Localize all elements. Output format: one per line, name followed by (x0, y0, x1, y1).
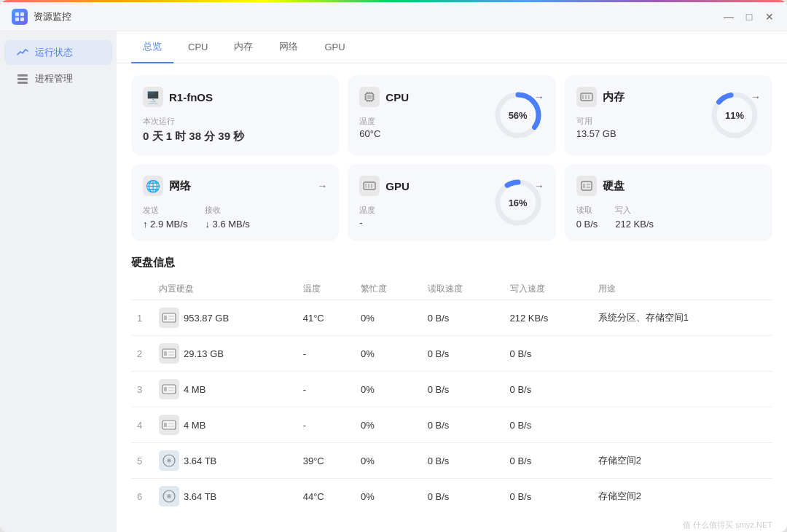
col-read: 读取速度 (422, 278, 504, 300)
tab-overview[interactable]: 总览 (131, 31, 173, 63)
scroll-area: 🖥️ R1-fnOS 本次运行 0 天 1 时 38 分 39 秒 (117, 63, 787, 532)
gpu-temp-label: 温度 (359, 205, 478, 216)
svg-rect-45 (168, 351, 174, 353)
row-read: 0 B/s (422, 479, 504, 515)
runtime-label: 本次运行 (143, 116, 327, 127)
row-read: 0 B/s (422, 372, 504, 407)
sidebar: 运行状态 进程管理 (0, 31, 117, 532)
row-write: 0 B/s (504, 336, 592, 372)
disk-card: 硬盘 读取 0 B/s 写入 212 KB/s (565, 164, 772, 241)
svg-rect-38 (587, 187, 590, 188)
sidebar-running-label: 运行状态 (35, 46, 73, 59)
disk-card-icon (576, 176, 597, 196)
minimize-button[interactable]: — (723, 11, 735, 23)
tab-memory[interactable]: 内存 (222, 31, 265, 63)
cpu-card: CPU → 温度 60°C (348, 75, 555, 155)
row-busy: 0% (355, 407, 422, 443)
send-label: 发送 (143, 205, 187, 216)
svg-rect-44 (164, 351, 167, 356)
send-value: ↑ 2.9 MB/s (143, 219, 187, 230)
network-arrow-icon[interactable]: → (317, 180, 327, 192)
row-write: 0 B/s (504, 372, 592, 407)
disk-section: 硬盘信息 内置硬盘 温度 繁忙度 读取速度 写入速度 用途 (131, 256, 772, 514)
gpu-card-icon (359, 176, 380, 196)
row-temp: 44°C (297, 479, 355, 515)
row-num: 4 (131, 407, 153, 443)
row-temp: - (297, 336, 355, 372)
row-write: 212 KB/s (504, 300, 592, 336)
cpu-usage-label: 56% (509, 110, 528, 121)
tab-cpu[interactable]: CPU (176, 33, 219, 63)
disk-card-title: 硬盘 (603, 179, 624, 193)
cpu-donut: 56% (492, 89, 544, 141)
tab-network[interactable]: 网络 (267, 31, 310, 63)
svg-rect-37 (587, 184, 590, 185)
sidebar-item-running[interactable]: 运行状态 (4, 40, 112, 65)
svg-rect-4 (17, 74, 28, 77)
memory-available-label: 可用 (576, 116, 695, 127)
row-busy: 0% (355, 300, 422, 336)
col-busy: 繁忙度 (355, 278, 422, 300)
row-read: 0 B/s (422, 336, 504, 372)
sidebar-process-label: 进程管理 (35, 72, 73, 85)
close-button[interactable]: ✕ (764, 11, 775, 23)
network-card-title: 网络 (169, 179, 191, 193)
row-temp: 41°C (297, 300, 355, 336)
gpu-card: GPU → 温度 - 16 (348, 164, 555, 241)
gpu-usage-label: 16% (509, 197, 528, 208)
svg-rect-50 (168, 390, 174, 391)
col-name: 内置硬盘 (153, 278, 297, 300)
system-card-title: R1-fnOS (169, 91, 213, 103)
row-write: 0 B/s (504, 407, 592, 443)
row-name: 4 MB (153, 407, 297, 443)
disk-read-value: 0 B/s (576, 219, 598, 230)
svg-rect-3 (20, 17, 24, 21)
svg-rect-49 (168, 387, 174, 388)
svg-rect-26 (588, 95, 590, 99)
row-read: 0 B/s (422, 443, 504, 479)
running-icon (16, 46, 29, 59)
svg-rect-40 (164, 316, 167, 320)
svg-rect-8 (367, 95, 372, 99)
table-row: 6 3.64 TB 44°C 0% 0 B/s 0 B/s 存储空间2 (131, 479, 772, 515)
recv-value: ↓ 3.6 MB/s (205, 219, 249, 230)
cpu-card-icon (359, 87, 380, 107)
col-temp: 温度 (297, 278, 355, 300)
tab-bar: 总览 CPU 内存 网络 GPU (117, 31, 787, 63)
memory-card-icon (576, 87, 597, 107)
row-name: 4 MB (153, 372, 297, 407)
row-busy: 0% (355, 372, 422, 407)
gpu-donut: 16% (492, 176, 544, 229)
svg-rect-1 (20, 12, 24, 16)
cpu-temp-value: 60°C (359, 128, 478, 139)
memory-card-title: 内存 (603, 90, 624, 104)
app-title: 资源监控 (34, 10, 71, 23)
maximize-button[interactable]: □ (743, 11, 755, 23)
row-name: 29.13 GB (153, 336, 297, 372)
network-card-icon: 🌐 (143, 176, 163, 196)
sidebar-item-process[interactable]: 进程管理 (4, 66, 112, 91)
recv-label: 接收 (205, 205, 249, 216)
tab-gpu[interactable]: GPU (313, 33, 356, 63)
gpu-temp-value: - (359, 217, 478, 228)
table-row: 2 29.13 GB - 0% 0 B/s 0 B/s (131, 336, 772, 372)
main-content: 总览 CPU 内存 网络 GPU 🖥️ R1-fnOS 本次运行 (117, 31, 787, 532)
table-row: 3 4 MB - 0% 0 B/s 0 B/s (131, 372, 772, 407)
cards-grid: 🖥️ R1-fnOS 本次运行 0 天 1 时 38 分 39 秒 (131, 75, 772, 241)
svg-rect-31 (368, 184, 369, 188)
row-temp: 39°C (297, 443, 355, 479)
row-num: 1 (131, 300, 153, 336)
row-usage (592, 372, 772, 407)
disk-section-title: 硬盘信息 (131, 256, 772, 270)
disk-write-value: 212 KB/s (615, 219, 654, 230)
row-write: 0 B/s (504, 443, 592, 479)
row-num: 2 (131, 336, 153, 372)
svg-rect-54 (168, 426, 174, 427)
svg-rect-5 (17, 78, 28, 80)
runtime-value: 0 天 1 时 38 分 39 秒 (143, 130, 327, 144)
svg-rect-53 (168, 423, 174, 424)
svg-rect-41 (168, 316, 174, 317)
svg-point-60 (168, 496, 170, 497)
gpu-card-title: GPU (385, 180, 410, 192)
table-row: 5 3.64 TB 39°C 0% 0 B/s 0 B/s 存储空间2 (131, 443, 772, 479)
